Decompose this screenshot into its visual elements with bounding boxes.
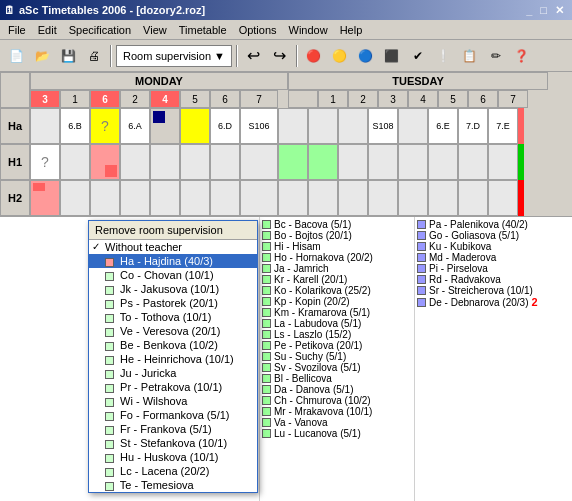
tool1[interactable]: 🔴: [302, 44, 326, 68]
ha-mon-1[interactable]: 6.B: [60, 108, 90, 144]
teacher-he-item[interactable]: He - Heinrichova (10/1): [89, 352, 257, 366]
help-btn[interactable]: ❓: [510, 44, 534, 68]
ha-tue-0[interactable]: [278, 108, 308, 144]
h1-mon-0[interactable]: ?: [30, 144, 60, 180]
ha-mon-3[interactable]: 6.A: [120, 108, 150, 144]
ju-item-dot: [105, 370, 114, 379]
h2-tue-4[interactable]: [398, 180, 428, 216]
h2-mon-2[interactable]: [90, 180, 120, 216]
h2-tue-6[interactable]: [458, 180, 488, 216]
menu-help[interactable]: Help: [334, 22, 369, 38]
h1-tue-3[interactable]: [368, 144, 398, 180]
teacher-co-item[interactable]: Co - Chovan (10/1): [89, 268, 257, 282]
teacher-to-item[interactable]: To - Tothova (10/1): [89, 310, 257, 324]
ha-tue-1[interactable]: [308, 108, 338, 144]
h1-mon-6[interactable]: [210, 144, 240, 180]
undo-btn[interactable]: ↩: [242, 44, 266, 68]
ko-label: Ko - Kolarikova (25/2): [274, 285, 371, 296]
tuesday-section: TUESDAY 1 2 3 4 5 6 7: [288, 72, 548, 108]
teacher-fr-item[interactable]: Fr - Frankova (5/1): [89, 422, 257, 436]
h1-tue-6[interactable]: [458, 144, 488, 180]
redo-btn[interactable]: ↪: [268, 44, 292, 68]
ha-mon-4[interactable]: [150, 108, 180, 144]
h1-mon-5[interactable]: [180, 144, 210, 180]
print-btn[interactable]: 🖨: [82, 44, 106, 68]
h2-tue-7[interactable]: [488, 180, 518, 216]
close-btn[interactable]: ✕: [551, 4, 568, 17]
pa-label: Pa - Palenikova (40/2): [429, 219, 528, 230]
h1-tue-5[interactable]: [428, 144, 458, 180]
h1-mon-2[interactable]: [90, 144, 120, 180]
ha-tue-7[interactable]: 7.E: [488, 108, 518, 144]
teacher-ha-item[interactable]: Ha - Hajdina (40/3): [89, 254, 257, 268]
open-btn[interactable]: 📂: [30, 44, 54, 68]
h1-tue-7[interactable]: [488, 144, 518, 180]
h2-mon-7[interactable]: [240, 180, 278, 216]
tool4[interactable]: ⬛: [380, 44, 404, 68]
h2-mon-1[interactable]: [60, 180, 90, 216]
te-item-dot: [105, 482, 114, 491]
tool7[interactable]: 📋: [458, 44, 482, 68]
teacher-fo-item[interactable]: Fo - Formankova (5/1): [89, 408, 257, 422]
pr-item-label: Pr - Petrakova (10/1): [120, 381, 222, 393]
teacher-ju-item[interactable]: Ju - Juricka: [89, 366, 257, 380]
h1-tue-2[interactable]: [338, 144, 368, 180]
teacher-st-item[interactable]: St - Stefankova (10/1): [89, 436, 257, 450]
h1-mon-7[interactable]: [240, 144, 278, 180]
tool6[interactable]: ❕: [432, 44, 456, 68]
menu-specification[interactable]: Specification: [63, 22, 137, 38]
teacher-be-item[interactable]: Be - Benkova (10/2): [89, 338, 257, 352]
h1-mon-3[interactable]: [120, 144, 150, 180]
h1-tue-4[interactable]: [398, 144, 428, 180]
teacher-lc-item[interactable]: Lc - Lacena (20/2): [89, 464, 257, 478]
teacher-te-item[interactable]: Te - Temesiova: [89, 478, 257, 492]
without-teacher-item[interactable]: Without teacher: [89, 240, 257, 254]
h2-tue-2[interactable]: [338, 180, 368, 216]
ha-mon-2[interactable]: ?: [90, 108, 120, 144]
menu-options[interactable]: Options: [233, 22, 283, 38]
ha-mon-5[interactable]: [180, 108, 210, 144]
h2-tue-5[interactable]: [428, 180, 458, 216]
tool8[interactable]: ✏: [484, 44, 508, 68]
menu-timetable[interactable]: Timetable: [173, 22, 233, 38]
teacher-wi-item[interactable]: Wi - Wilshova: [89, 394, 257, 408]
h1-mon-4[interactable]: [150, 144, 180, 180]
ha-tue-5[interactable]: 6.E: [428, 108, 458, 144]
h2-mon-3[interactable]: [120, 180, 150, 216]
h2-mon-5[interactable]: [180, 180, 210, 216]
teacher-jk-item[interactable]: Jk - Jakusova (10/1): [89, 282, 257, 296]
teacher-pr-item[interactable]: Pr - Petrakova (10/1): [89, 380, 257, 394]
h2-mon-6[interactable]: [210, 180, 240, 216]
h2-tue-3[interactable]: [368, 180, 398, 216]
ha-tue-4[interactable]: [398, 108, 428, 144]
h2-mon-4[interactable]: [150, 180, 180, 216]
new-btn[interactable]: 📄: [4, 44, 28, 68]
h1-tue-0[interactable]: [278, 144, 308, 180]
save-btn[interactable]: 💾: [56, 44, 80, 68]
teacher-ps-item[interactable]: Ps - Pastorek (20/1): [89, 296, 257, 310]
tool2[interactable]: 🟡: [328, 44, 352, 68]
tool5[interactable]: ✔: [406, 44, 430, 68]
ha-mon-0[interactable]: [30, 108, 60, 144]
teacher-ve-item[interactable]: Ve - Veresova (20/1): [89, 324, 257, 338]
ha-tue-3[interactable]: S108: [368, 108, 398, 144]
h1-mon-1[interactable]: [60, 144, 90, 180]
menu-window[interactable]: Window: [283, 22, 334, 38]
ha-mon-6[interactable]: 6.D: [210, 108, 240, 144]
supervision-dropdown[interactable]: Room supervision ▼: [116, 45, 232, 67]
teacher-hu-item[interactable]: Hu - Huskova (10/1): [89, 450, 257, 464]
h2-tue-1[interactable]: [308, 180, 338, 216]
h2-mon-0[interactable]: [30, 180, 60, 216]
menu-edit[interactable]: Edit: [32, 22, 63, 38]
h1-tue-1[interactable]: [308, 144, 338, 180]
maximize-btn[interactable]: □: [536, 4, 551, 16]
h2-tue-0[interactable]: [278, 180, 308, 216]
menu-view[interactable]: View: [137, 22, 173, 38]
teachers-area: Bc - Bacova (5/1) Bo - Bojtos (20/1) Hi …: [0, 216, 572, 501]
menu-file[interactable]: File: [2, 22, 32, 38]
ha-tue-6[interactable]: 7.D: [458, 108, 488, 144]
minimize-btn[interactable]: _: [522, 4, 536, 16]
tool3[interactable]: 🔵: [354, 44, 378, 68]
ha-mon-7[interactable]: S106: [240, 108, 278, 144]
ha-tue-2[interactable]: [338, 108, 368, 144]
